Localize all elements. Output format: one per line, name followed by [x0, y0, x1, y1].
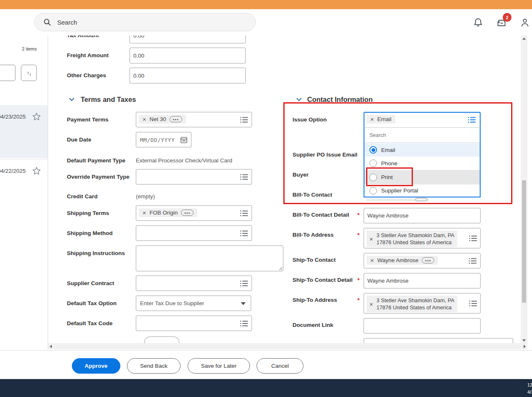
star-icon[interactable]: [32, 112, 41, 121]
document-link-input[interactable]: [364, 318, 481, 334]
scroll-down-arrow[interactable]: [522, 339, 526, 341]
shipping-terms-field[interactable]: × FOB Origin •••: [136, 205, 252, 221]
default-payment-type-label: Default Payment Type: [67, 157, 125, 164]
remove-tag-icon[interactable]: ×: [143, 210, 146, 216]
required-asterisk: *: [357, 297, 359, 303]
prompt-list-icon[interactable]: [469, 235, 477, 242]
list-item[interactable]: 04/22/2025: [0, 159, 48, 212]
terms-section-title: Terms and Taxes: [81, 96, 136, 104]
vertical-scrollbar[interactable]: [521, 35, 527, 349]
buyer-label: Buyer: [293, 172, 308, 178]
ship-to-address-field[interactable]: × 3 Stetler Ave Shamokin Dam, PA17876 Un…: [364, 293, 481, 314]
dropdown-option-print[interactable]: Print: [364, 170, 480, 185]
dropdown-option-email[interactable]: Email: [364, 143, 480, 157]
horizontal-scrollbar[interactable]: [48, 343, 527, 349]
scroll-right-arrow[interactable]: [524, 345, 526, 348]
ship-to-contact-detail-input[interactable]: [364, 273, 481, 288]
bill-to-address-field[interactable]: × 3 Stetler Ave Shamokin Dam, PA17876 Un…: [364, 228, 481, 248]
approve-button[interactable]: Approve: [72, 358, 120, 374]
scroll-left-arrow[interactable]: [50, 345, 52, 348]
profile-icon[interactable]: [519, 17, 531, 28]
default-tax-code-field[interactable]: [136, 316, 252, 331]
remove-tag-icon[interactable]: ×: [370, 257, 374, 263]
chevron-down-icon[interactable]: [296, 97, 302, 102]
remove-tag-icon[interactable]: ×: [370, 116, 374, 122]
scroll-up-arrow[interactable]: [522, 38, 526, 40]
sidebar-divider: [48, 35, 48, 349]
required-asterisk: *: [357, 232, 359, 238]
calendar-icon[interactable]: [180, 136, 188, 144]
freight-amount-input[interactable]: [130, 48, 246, 63]
sort-icon: ↑↓: [27, 70, 31, 76]
bill-to-address-tag[interactable]: × 3 Stetler Ave Shamokin Dam, PA17876 Un…: [367, 230, 457, 247]
chevron-down-icon[interactable]: [69, 97, 75, 102]
prompt-list-icon[interactable]: [240, 210, 248, 217]
resize-handle-icon[interactable]: [278, 266, 283, 271]
issue-option-field[interactable]: × Email: [364, 112, 481, 127]
prompt-list-icon[interactable]: [240, 280, 248, 287]
radio-icon[interactable]: [369, 159, 377, 167]
required-asterisk: *: [357, 212, 359, 218]
ship-to-address-tag[interactable]: × 3 Stetler Ave Shamokin Dam, PA17876 Un…: [367, 296, 457, 312]
prompt-list-icon[interactable]: [240, 320, 248, 327]
required-asterisk: *: [357, 277, 359, 283]
prompt-list-icon[interactable]: [469, 300, 477, 307]
star-icon[interactable]: [32, 167, 41, 175]
dropdown-search-input[interactable]: [364, 128, 480, 143]
supplier-contract-field[interactable]: [136, 276, 252, 291]
prompt-list-icon[interactable]: [240, 174, 248, 180]
sort-button[interactable]: ↑↓: [21, 65, 37, 81]
ship-to-contact-tag[interactable]: × Wayne Ambrose •••: [367, 256, 438, 265]
send-back-button[interactable]: Send Back: [127, 358, 181, 374]
bill-to-contact-label: Bill-To Contact: [293, 192, 332, 198]
related-actions-icon[interactable]: •••: [422, 257, 434, 263]
chevron-down-icon: [241, 302, 246, 305]
divider: [0, 350, 532, 351]
remove-tag-icon[interactable]: ×: [369, 236, 373, 242]
payment-terms-tag[interactable]: × Net 30 •••: [139, 115, 186, 124]
shipping-instructions-label: Shipping Instructions: [67, 250, 125, 256]
prompt-list-icon[interactable]: [468, 258, 477, 264]
payment-terms-field[interactable]: × Net 30 •••: [136, 112, 252, 127]
related-actions-icon[interactable]: •••: [170, 116, 182, 122]
issue-option-tag[interactable]: × Email: [367, 115, 395, 124]
sidebar-partial-input[interactable]: [0, 65, 15, 81]
ship-to-contact-detail-label: Ship-To Contact Detail: [293, 277, 353, 283]
list-item-date: 04/22/2025: [0, 168, 26, 174]
taskbar-time: 12:: [527, 382, 532, 389]
default-tax-option-select[interactable]: Enter Tax Due to Supplier: [136, 296, 251, 311]
search-icon: [43, 18, 51, 26]
cancel-button[interactable]: Cancel: [257, 358, 303, 374]
override-payment-type-field[interactable]: [136, 169, 252, 185]
os-taskbar: 12: 4/2: [0, 379, 532, 397]
document-link-label: Document Link: [293, 322, 333, 328]
list-item[interactable]: 04/23/2025: [0, 105, 48, 158]
dropdown-option-phone[interactable]: Phone: [364, 157, 480, 170]
radio-icon[interactable]: [369, 174, 377, 181]
due-date-field[interactable]: MM/DD/YYYY: [136, 132, 191, 147]
notifications-bell-icon[interactable]: [472, 17, 484, 28]
shipping-terms-tag[interactable]: × FOB Origin •••: [139, 208, 197, 217]
ship-to-contact-field[interactable]: × Wayne Ambrose •••: [364, 253, 481, 268]
related-actions-icon[interactable]: •••: [181, 210, 193, 216]
remove-tag-icon[interactable]: ×: [369, 301, 373, 307]
default-tax-option-value: Enter Tax Due to Supplier: [140, 300, 204, 306]
global-search-bar[interactable]: Search: [34, 13, 256, 31]
default-payment-type-value: External Processor Check/Virtual Card: [136, 157, 232, 164]
vertical-scrollbar-thumb[interactable]: [522, 180, 526, 303]
shipping-method-field[interactable]: [136, 225, 252, 241]
other-charges-input[interactable]: [130, 68, 246, 83]
workday-approval-screen: Tax Amount Freight Amount Other Charges …: [0, 0, 532, 397]
radio-icon[interactable]: [369, 187, 377, 195]
bill-to-contact-detail-input[interactable]: [364, 208, 481, 223]
prompt-list-icon[interactable]: [240, 230, 248, 237]
radio-selected-icon[interactable]: [369, 146, 377, 154]
save-for-later-button[interactable]: Save for Later: [188, 358, 250, 374]
prompt-list-icon[interactable]: [240, 116, 248, 123]
remove-tag-icon[interactable]: ×: [143, 116, 146, 122]
bill-to-address-label: Bill-To Address: [293, 232, 333, 238]
shipping-instructions-textarea[interactable]: [136, 245, 283, 271]
dropdown-option-supplier-portal[interactable]: Supplier Portal: [364, 185, 480, 197]
prompt-list-icon[interactable]: [468, 116, 476, 123]
ship-to-address-label: Ship-To Address: [293, 297, 337, 303]
